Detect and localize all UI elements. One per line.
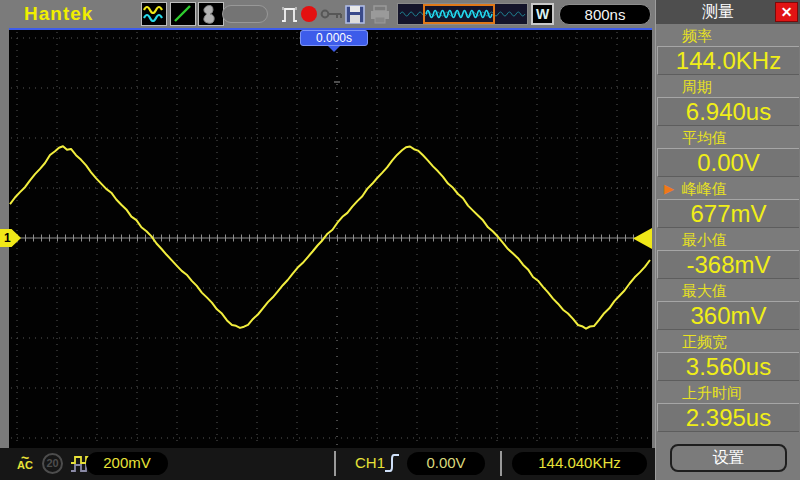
coupling-text: AC [14,460,36,471]
measurement-panel: 测量 ✕ 频率 144.0KHz 周期 6.940us 平均值 0.00V ▶ … [655,0,800,480]
measurement-value: 0.00V [657,148,799,177]
save-icon[interactable] [344,4,366,25]
cursor-line-glyph [171,3,195,25]
measurement-value: 677mV [657,199,799,228]
brand-logo: Hantek [24,3,93,25]
coupling-ac-icon[interactable]: ~ AC [14,451,36,471]
measurement-item: ▶ 峰峰值 677mV [656,177,800,228]
empty-field[interactable] [222,5,268,23]
window-mode-button[interactable]: W [531,3,554,25]
measurement-label: 周期 [656,75,800,97]
measurement-item: 平均值 0.00V [656,126,800,177]
waveform-canvas [9,28,652,448]
measurement-value: -368mV [657,250,799,279]
measurement-item: 最大值 360mV [656,279,800,330]
volts-div-readout[interactable]: 200mV [86,452,168,475]
bandwidth-limit-icon[interactable]: 20 [42,453,63,474]
measurement-label: 平均值 [656,126,800,148]
measurement-value: 3.560us [657,352,799,381]
channel-waves-icon[interactable] [141,2,167,26]
measurement-value: 360mV [657,301,799,330]
measurement-label-text: 峰峰值 [682,180,727,197]
pulse-icon[interactable] [281,4,299,24]
settings-button[interactable]: 设置 [670,444,787,472]
print-icon[interactable] [369,4,391,25]
trigger-level-readout[interactable]: 0.00V [407,452,485,475]
measurement-label: 正频宽 [656,330,800,352]
preview-wave-glyph [398,4,527,24]
measurement-value: 144.0KHz [657,46,799,75]
measurement-item: 周期 6.940us [656,75,800,126]
waveform-display [9,28,652,448]
panel-header: 测量 ✕ [656,0,800,24]
measurement-label: 最小值 [656,228,800,250]
measurement-label: 频率 [656,24,800,46]
trigger-source-label: CH1 [355,454,385,471]
oscilloscope-screen: Hantek [0,0,800,480]
measurement-item: 上升时间 2.395us [656,381,800,432]
selected-marker-icon: ▶ [664,177,674,200]
measurement-item: 正频宽 3.560us [656,330,800,381]
measurement-label: 上升时间 [656,381,800,403]
measurement-item: 频率 144.0KHz [656,24,800,75]
separator [500,451,502,476]
noise-icon[interactable] [198,2,224,26]
acquisition-preview[interactable] [397,3,528,25]
rising-edge-icon[interactable] [383,452,401,475]
separator [334,451,336,476]
close-icon[interactable]: ✕ [775,2,798,22]
frequency-counter-readout[interactable]: 144.040KHz [512,452,647,475]
timebase-readout[interactable]: 800ns [559,4,651,25]
measurement-label: ▶ 峰峰值 [656,177,800,199]
measurement-value: 6.940us [657,97,799,126]
status-bar: ~ AC 20 200mV CH1 0.00V 144.040KHz [0,448,655,480]
record-icon[interactable] [301,6,317,22]
noise-glyph [199,3,223,25]
measurement-label: 最大值 [656,279,800,301]
key-lock-icon[interactable] [320,4,345,24]
top-toolbar: Hantek [0,0,655,28]
graticule-grid [9,28,652,448]
trigger-position-tag[interactable]: 0.000s [300,30,368,46]
cursor-line-icon[interactable] [170,2,196,26]
channel-waves-glyph [142,3,166,25]
measurement-item: 最小值 -368mV [656,228,800,279]
measurement-value: 2.395us [657,403,799,432]
